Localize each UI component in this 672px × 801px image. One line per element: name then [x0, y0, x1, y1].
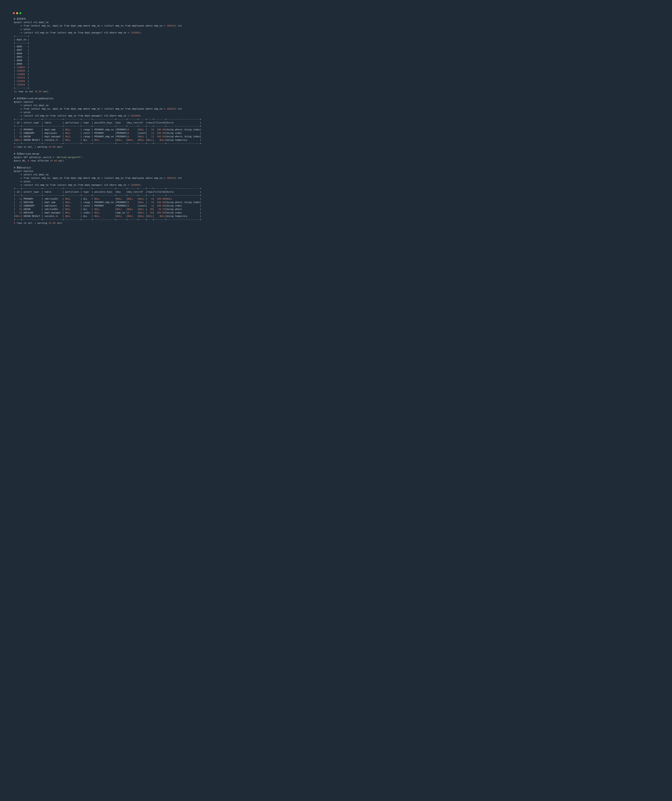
terminal-line: +----+--------------+--------------+----…: [14, 187, 658, 190]
terminal-line: mysql> select vt1.dept_no: [14, 21, 658, 24]
terminal-line: +----+--------------+--------------+----…: [14, 218, 658, 221]
terminal-line: | d008 |: [14, 59, 658, 62]
terminal-line: | d007 |: [14, 48, 658, 52]
terminal-line: 4 rows in set, 1 warning (0.00 sec): [14, 145, 658, 149]
terminal-line: # 重新explain: [14, 166, 658, 169]
terminal-line: |NULL| UNION RESULT | <union1,4> | NULL …: [14, 214, 658, 218]
terminal-line: -> select vt1.dept_no: [14, 104, 658, 107]
terminal-line: | d006 |: [14, 62, 658, 66]
terminal-line: | 2| DERIVED | dept_emp | NULL | range |…: [14, 201, 658, 204]
terminal-line: +---------+: [14, 86, 658, 90]
terminal-line: | 4| UNION | <derived5> | NULL | ALL | N…: [14, 207, 658, 211]
terminal-line: | d003 |: [14, 55, 658, 59]
terminal-line: | 5| DERIVED | dept_manager | NULL | ind…: [14, 211, 658, 214]
terminal-line: -> select vt1.dept_no: [14, 173, 658, 176]
terminal-line: | 1| PRIMARY | <derived2> | NULL | ALL |…: [14, 197, 658, 201]
terminal-window: # 查询语句mysql> select vt1.dept_no -> from …: [10, 10, 662, 230]
terminal-line: | 3| SUBQUERY | employees | NULL | const…: [14, 131, 658, 135]
terminal-line: -> (select vt2.emp_no from (select emp_n…: [14, 114, 658, 117]
terminal-line: [14, 149, 658, 152]
terminal-line: | 110039 |: [14, 69, 658, 72]
terminal-line: |NULL| UNION RESULT | <union1,4> | NULL …: [14, 138, 658, 142]
terminal-line: +----+--------------+--------------+----…: [14, 142, 658, 145]
terminal-line: [14, 93, 658, 97]
terminal-line: -> (select vt2.emp_no from (select emp_n…: [14, 183, 658, 187]
terminal-line: | 3| SUBQUERY | employees | NULL | const…: [14, 204, 658, 207]
window-minimize-icon[interactable]: [16, 12, 18, 14]
terminal-line: +---------+: [14, 34, 658, 38]
terminal-line: | dept_no |: [14, 38, 658, 41]
terminal-line: [14, 162, 658, 166]
terminal-line: mysql> SET optimizer_switch = 'derived_m…: [14, 156, 658, 159]
terminal-line: +----+--------------+--------------+----…: [14, 117, 658, 121]
terminal-line: | 1| PRIMARY | dept_emp | NULL | range |…: [14, 128, 658, 131]
terminal-line: # 关闭derived_merge: [14, 152, 658, 156]
terminal-line: 6 rows in set, 1 warning (0.00 sec): [14, 221, 658, 225]
terminal-line: # 未关闭derived_merge的explain: [14, 97, 658, 100]
terminal-line: mysql> explain: [14, 100, 658, 104]
terminal-line: Query OK, 0 rows affected (0.00 sec): [14, 159, 658, 162]
terminal-line: +---------+: [14, 41, 658, 45]
terminal-line: | d005 |: [14, 45, 658, 48]
window-titlebar: [10, 10, 662, 16]
terminal-line: +----+--------------+--------------+----…: [14, 124, 658, 128]
terminal-line: -> from (select emp_no, dept_no from dep…: [14, 24, 658, 27]
terminal-line: | id | select_type | table | partitions …: [14, 190, 658, 194]
terminal-line: -> from (select emp_no, dept_no from dep…: [14, 107, 658, 111]
terminal-line: # 查询语句: [14, 17, 658, 21]
terminal-line: 12 rows in set (0.00 sec): [14, 90, 658, 93]
terminal-line: -> (select vt2.emp_no from (select emp_n…: [14, 31, 658, 34]
terminal-line: | 110183 |: [14, 79, 658, 83]
terminal-line: -> union: [14, 111, 658, 114]
terminal-line: | id | select_type | table | partitions …: [14, 121, 658, 124]
terminal-line: -> from (select emp_no, dept_no from dep…: [14, 176, 658, 180]
terminal-line: | 4| UNION | dept_manager | NULL | range…: [14, 135, 658, 138]
terminal-line: -> union: [14, 180, 658, 183]
window-maximize-icon[interactable]: [19, 12, 21, 14]
terminal-line: | 110228 |: [14, 83, 658, 86]
terminal-line: | 110085 |: [14, 72, 658, 76]
terminal-output: # 查询语句mysql> select vt1.dept_no -> from …: [10, 16, 662, 230]
terminal-line: | 110114 |: [14, 76, 658, 79]
terminal-line: -> union: [14, 27, 658, 31]
terminal-line: | 110022 |: [14, 66, 658, 69]
terminal-line: | d004 |: [14, 52, 658, 55]
terminal-line: mysql> explain: [14, 169, 658, 173]
terminal-line: +----+--------------+--------------+----…: [14, 194, 658, 197]
window-close-icon[interactable]: [13, 12, 15, 14]
